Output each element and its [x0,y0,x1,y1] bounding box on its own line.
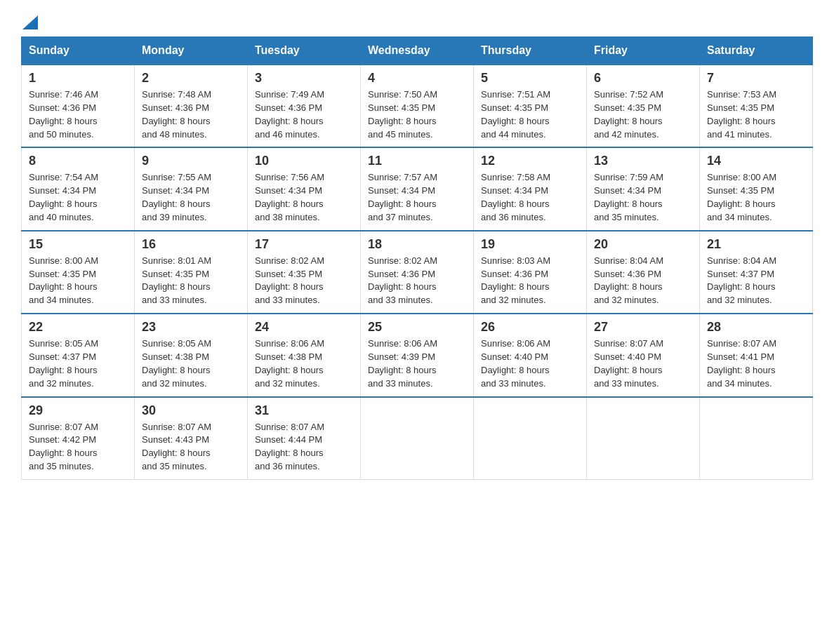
day-number: 15 [29,237,127,252]
day-info: Sunrise: 8:04 AMSunset: 4:36 PMDaylight:… [594,255,692,307]
day-info: Sunrise: 7:50 AMSunset: 4:35 PMDaylight:… [368,88,466,141]
day-number: 25 [368,320,466,335]
calendar-day-10: 10Sunrise: 7:56 AMSunset: 4:34 PMDayligh… [248,147,361,230]
day-info: Sunrise: 8:01 AMSunset: 4:35 PMDaylight:… [142,255,240,307]
day-number: 18 [368,237,466,252]
day-info: Sunrise: 8:06 AMSunset: 4:39 PMDaylight:… [368,337,466,390]
day-number: 19 [481,237,579,252]
calendar-day-14: 14Sunrise: 8:00 AMSunset: 4:35 PMDayligh… [700,147,813,230]
day-number: 8 [29,154,127,168]
calendar-day-31: 31Sunrise: 8:07 AMSunset: 4:44 PMDayligh… [248,397,361,480]
day-number: 13 [594,154,692,168]
calendar-empty-cell [361,397,474,480]
day-info: Sunrise: 8:02 AMSunset: 4:36 PMDaylight:… [368,255,466,307]
day-number: 20 [594,237,692,252]
logo-icon [22,15,38,29]
day-number: 11 [368,154,466,168]
calendar-header-thursday: Thursday [474,37,587,65]
calendar-day-13: 13Sunrise: 7:59 AMSunset: 4:34 PMDayligh… [587,147,700,230]
day-info: Sunrise: 7:48 AMSunset: 4:36 PMDaylight:… [142,88,240,141]
day-info: Sunrise: 7:59 AMSunset: 4:34 PMDaylight:… [594,171,692,224]
day-number: 21 [707,237,805,252]
calendar-header-friday: Friday [587,37,700,65]
calendar-header-tuesday: Tuesday [248,37,361,65]
day-number: 6 [594,71,692,86]
day-info: Sunrise: 7:56 AMSunset: 4:34 PMDaylight:… [255,171,353,224]
calendar-week-1: 1Sunrise: 7:46 AMSunset: 4:36 PMDaylight… [22,65,813,147]
day-info: Sunrise: 7:58 AMSunset: 4:34 PMDaylight:… [481,171,579,224]
calendar-table: SundayMondayTuesdayWednesdayThursdayFrid… [21,36,813,480]
day-number: 31 [255,403,353,418]
calendar-empty-cell [474,397,587,480]
calendar-day-2: 2Sunrise: 7:48 AMSunset: 4:36 PMDaylight… [135,65,248,147]
day-number: 26 [481,320,579,335]
calendar-day-3: 3Sunrise: 7:49 AMSunset: 4:36 PMDaylight… [248,65,361,147]
calendar-header-saturday: Saturday [700,37,813,65]
calendar-day-8: 8Sunrise: 7:54 AMSunset: 4:34 PMDaylight… [22,147,135,230]
day-number: 23 [142,320,240,335]
calendar-day-24: 24Sunrise: 8:06 AMSunset: 4:38 PMDayligh… [248,314,361,396]
day-info: Sunrise: 8:06 AMSunset: 4:38 PMDaylight:… [255,337,353,390]
calendar-day-12: 12Sunrise: 7:58 AMSunset: 4:34 PMDayligh… [474,147,587,230]
calendar-day-23: 23Sunrise: 8:05 AMSunset: 4:38 PMDayligh… [135,314,248,396]
day-number: 10 [255,154,353,168]
calendar-day-22: 22Sunrise: 8:05 AMSunset: 4:37 PMDayligh… [22,314,135,396]
calendar-day-5: 5Sunrise: 7:51 AMSunset: 4:35 PMDaylight… [474,65,587,147]
day-number: 22 [29,320,127,335]
day-info: Sunrise: 8:06 AMSunset: 4:40 PMDaylight:… [481,337,579,390]
calendar-day-17: 17Sunrise: 8:02 AMSunset: 4:35 PMDayligh… [248,231,361,314]
day-number: 24 [255,320,353,335]
calendar-week-2: 8Sunrise: 7:54 AMSunset: 4:34 PMDaylight… [22,147,813,230]
day-info: Sunrise: 8:05 AMSunset: 4:37 PMDaylight:… [29,337,127,390]
day-number: 7 [707,71,805,86]
day-info: Sunrise: 7:55 AMSunset: 4:34 PMDaylight:… [142,171,240,224]
calendar-day-26: 26Sunrise: 8:06 AMSunset: 4:40 PMDayligh… [474,314,587,396]
day-info: Sunrise: 8:03 AMSunset: 4:36 PMDaylight:… [481,255,579,307]
day-info: Sunrise: 7:49 AMSunset: 4:36 PMDaylight:… [255,88,353,141]
calendar-day-6: 6Sunrise: 7:52 AMSunset: 4:35 PMDaylight… [587,65,700,147]
day-info: Sunrise: 8:07 AMSunset: 4:40 PMDaylight:… [594,337,692,390]
day-info: Sunrise: 8:05 AMSunset: 4:38 PMDaylight:… [142,337,240,390]
day-number: 5 [481,71,579,86]
calendar-week-5: 29Sunrise: 8:07 AMSunset: 4:42 PMDayligh… [22,397,813,480]
calendar-day-28: 28Sunrise: 8:07 AMSunset: 4:41 PMDayligh… [700,314,813,396]
calendar-week-3: 15Sunrise: 8:00 AMSunset: 4:35 PMDayligh… [22,231,813,314]
day-info: Sunrise: 8:07 AMSunset: 4:41 PMDaylight:… [707,337,805,390]
day-number: 4 [368,71,466,86]
calendar-empty-cell [700,397,813,480]
day-number: 3 [255,71,353,86]
day-number: 14 [707,154,805,168]
day-info: Sunrise: 8:00 AMSunset: 4:35 PMDaylight:… [29,255,127,307]
calendar-day-18: 18Sunrise: 8:02 AMSunset: 4:36 PMDayligh… [361,231,474,314]
calendar-header-monday: Monday [135,37,248,65]
day-number: 28 [707,320,805,335]
calendar-day-11: 11Sunrise: 7:57 AMSunset: 4:34 PMDayligh… [361,147,474,230]
calendar-day-7: 7Sunrise: 7:53 AMSunset: 4:35 PMDaylight… [700,65,813,147]
calendar-day-29: 29Sunrise: 8:07 AMSunset: 4:42 PMDayligh… [22,397,135,480]
calendar-day-20: 20Sunrise: 8:04 AMSunset: 4:36 PMDayligh… [587,231,700,314]
day-info: Sunrise: 8:07 AMSunset: 4:43 PMDaylight:… [142,421,240,474]
day-info: Sunrise: 8:00 AMSunset: 4:35 PMDaylight:… [707,171,805,224]
calendar-day-16: 16Sunrise: 8:01 AMSunset: 4:35 PMDayligh… [135,231,248,314]
day-number: 1 [29,71,127,86]
day-info: Sunrise: 7:46 AMSunset: 4:36 PMDaylight:… [29,88,127,141]
day-info: Sunrise: 8:07 AMSunset: 4:44 PMDaylight:… [255,421,353,474]
calendar-header-row: SundayMondayTuesdayWednesdayThursdayFrid… [22,37,813,65]
svg-marker-0 [22,15,38,29]
day-number: 9 [142,154,240,168]
calendar-day-21: 21Sunrise: 8:04 AMSunset: 4:37 PMDayligh… [700,231,813,314]
calendar-header-sunday: Sunday [22,37,135,65]
calendar-week-4: 22Sunrise: 8:05 AMSunset: 4:37 PMDayligh… [22,314,813,396]
calendar-day-15: 15Sunrise: 8:00 AMSunset: 4:35 PMDayligh… [22,231,135,314]
calendar-day-30: 30Sunrise: 8:07 AMSunset: 4:43 PMDayligh… [135,397,248,480]
calendar-day-19: 19Sunrise: 8:03 AMSunset: 4:36 PMDayligh… [474,231,587,314]
day-info: Sunrise: 7:57 AMSunset: 4:34 PMDaylight:… [368,171,466,224]
day-info: Sunrise: 8:04 AMSunset: 4:37 PMDaylight:… [707,255,805,307]
day-number: 27 [594,320,692,335]
page-header [21,17,813,29]
day-info: Sunrise: 8:07 AMSunset: 4:42 PMDaylight:… [29,421,127,474]
calendar-day-4: 4Sunrise: 7:50 AMSunset: 4:35 PMDaylight… [361,65,474,147]
day-info: Sunrise: 8:02 AMSunset: 4:35 PMDaylight:… [255,255,353,307]
logo [21,17,38,29]
day-number: 29 [29,403,127,418]
